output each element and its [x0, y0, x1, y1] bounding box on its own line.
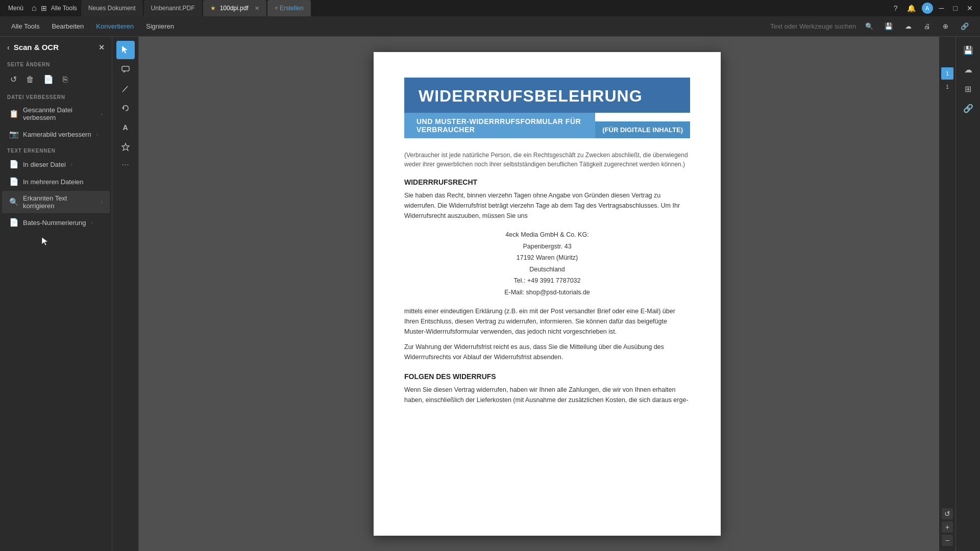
extract-icon[interactable]: ⎘: [60, 73, 71, 86]
doc-sub-banner1: UND MUSTER-WIDERRRUFSFORMULAR FÜR VERBRA…: [404, 113, 595, 138]
arrow-icon: ›: [101, 199, 103, 205]
svg-marker-1: [122, 46, 128, 54]
menu-button[interactable]: Menü: [4, 4, 28, 13]
tool-stamp[interactable]: [116, 138, 135, 156]
in-dieser-label: In dieser Datei: [23, 161, 66, 168]
svg-marker-0: [42, 237, 48, 245]
doc-page: WIDERRRUFSBELEHRUNG UND MUSTER-WIDERRRUF…: [374, 52, 721, 536]
doc-section2-title: FOLGEN DES WIDERRUFS: [404, 372, 690, 381]
arrow-icon: ›: [96, 132, 98, 137]
doc-address-block: 4eck Media GmbH & Co. KG: Papenbergstr. …: [404, 229, 690, 298]
bell-icon[interactable]: 🔔: [904, 4, 919, 12]
doc-header-title: WIDERRRUFSBELEHRUNG: [419, 87, 676, 106]
cursor-indicator: [41, 236, 51, 246]
doc-section2-text1: Wenn Sie diesen Vertrag widerrufen, habe…: [404, 385, 690, 405]
svg-line-4: [123, 86, 128, 91]
all-tools-title-btn[interactable]: Alle Tools: [51, 5, 77, 12]
right-panel-btn-0[interactable]: 💾: [959, 41, 977, 59]
tab-label: 100dpi.pdf: [220, 5, 249, 12]
sidebar-item-in-dieser-datei[interactable]: 📄 In dieser Datei ›: [2, 156, 110, 172]
sidebar-item-kamerabild[interactable]: 📷 Kamerabild verbessern ›: [2, 126, 110, 142]
in-dieser-icon: 📄: [9, 160, 19, 169]
tab-label: Unbenannt.PDF: [151, 5, 195, 12]
zoom-icon[interactable]: ⊕: [938, 20, 953, 32]
svg-marker-7: [122, 143, 129, 151]
toolbar-signieren[interactable]: Signieren: [141, 20, 179, 32]
maximize-button[interactable]: □: [950, 4, 961, 12]
tabs-bar: Neues Dokument Unbenannt.PDF ★ 100dpi.pd…: [81, 0, 887, 16]
user-avatar[interactable]: A: [922, 3, 933, 14]
link-icon[interactable]: 🔗: [955, 20, 974, 32]
page-number-1[interactable]: 1: [941, 67, 953, 80]
search-input[interactable]: [770, 22, 862, 30]
home-icon[interactable]: ⌂: [32, 4, 37, 13]
tab-close-icon[interactable]: ✕: [255, 5, 259, 12]
sidebar-title: Scan & OCR: [14, 43, 59, 52]
main-layout: ‹ Scan & OCR ✕ SEITE ÄNDERN ↺ 🗑 📄 ⎘ DATE…: [0, 37, 980, 551]
zoom-out-button[interactable]: +: [942, 521, 953, 533]
upload-icon[interactable]: ☁: [900, 20, 917, 32]
toolbar-bearbeiten[interactable]: Bearbeiten: [46, 20, 89, 32]
gescannte-icon: 📋: [9, 109, 19, 118]
tool-select[interactable]: [116, 41, 135, 59]
section-label-text: TEXT ERKENNEN: [0, 143, 112, 156]
section-label-seite: SEITE ÄNDERN: [0, 57, 112, 69]
seite-icon-row: ↺ 🗑 📄 ⎘: [0, 69, 112, 89]
page-number-2[interactable]: 1: [941, 81, 953, 93]
tab-unbenannt-pdf[interactable]: Unbenannt.PDF: [144, 0, 202, 16]
tab-neues-dokument[interactable]: Neues Dokument: [81, 0, 143, 16]
sidebar-close-icon[interactable]: ✕: [99, 43, 105, 52]
tool-undo[interactable]: [116, 99, 135, 117]
tool-pen[interactable]: [116, 80, 135, 98]
fit-button[interactable]: −: [942, 535, 953, 546]
help-icon[interactable]: ?: [891, 4, 901, 12]
sidebar-item-in-mehreren[interactable]: 📄 In mehreren Dateien: [2, 173, 110, 190]
zoom-in-button[interactable]: ↺: [942, 508, 953, 519]
minimize-button[interactable]: ─: [936, 4, 947, 12]
address-line-0: 4eck Media GmbH & Co. KG:: [404, 229, 690, 241]
in-mehreren-icon: 📄: [9, 177, 19, 186]
copy-page-icon[interactable]: 📄: [40, 72, 57, 86]
right-panel-btn-1[interactable]: ☁: [959, 60, 977, 79]
tool-comment[interactable]: [116, 60, 135, 79]
bates-label: Bates-Nummerierung: [23, 219, 86, 227]
search-icon[interactable]: 🔍: [865, 22, 873, 30]
save-icon[interactable]: 💾: [879, 20, 898, 32]
more-tools-button[interactable]: ···: [121, 159, 129, 170]
erkannten-label: Erkannten Text korrigieren: [23, 194, 96, 210]
sidebar-item-bates[interactable]: 📄 Bates-Nummerierung ›: [2, 214, 110, 231]
print-icon[interactable]: 🖨: [919, 20, 936, 32]
address-line-2: 17192 Waren (Müritz): [404, 252, 690, 264]
sidebar-item-erkannten-text[interactable]: 🔍 Erkannten Text korrigieren ›: [2, 191, 110, 213]
sidebar-item-gescannte-datei[interactable]: 📋 Gescannte Datei verbessern ›: [2, 103, 110, 125]
right-panel: 💾 ☁ ⊞ 🔗: [955, 37, 980, 551]
tab-label: Neues Dokument: [88, 5, 136, 12]
delete-icon[interactable]: 🗑: [23, 73, 37, 86]
create-label: + Erstellen: [275, 5, 304, 12]
address-line-1: Papenbergstr. 43: [404, 241, 690, 253]
create-button[interactable]: + Erstellen: [267, 0, 311, 16]
close-button[interactable]: ✕: [964, 4, 976, 12]
page-numbers-panel: 1 1 ↺ + −: [939, 37, 955, 551]
sidebar-back-icon[interactable]: ‹: [7, 43, 10, 52]
center-toolbar: A ···: [112, 37, 139, 551]
svg-line-5: [122, 91, 123, 92]
doc-header-wrapper: WIDERRRUFSBELEHRUNG UND MUSTER-WIDERRRUF…: [404, 78, 690, 138]
right-panel-btn-2[interactable]: ⊞: [959, 80, 977, 98]
tab-100dpi-pdf[interactable]: ★ 100dpi.pdf ✕: [203, 0, 266, 16]
right-panel-btn-3[interactable]: 🔗: [959, 99, 977, 117]
title-bar-actions: ? 🔔 A ─ □ ✕: [891, 3, 976, 14]
kamerabild-icon: 📷: [9, 130, 19, 139]
arrow-icon: ›: [71, 162, 72, 167]
doc-header-banner: WIDERRRUFSBELEHRUNG: [404, 78, 690, 113]
rotate-icon[interactable]: ↺: [7, 72, 20, 86]
doc-area[interactable]: WIDERRRUFSBELEHRUNG UND MUSTER-WIDERRRUF…: [139, 37, 955, 551]
title-bar: Menü ⌂ ⊞ Alle Tools Neues Dokument Unben…: [0, 0, 980, 16]
tool-ocr-text[interactable]: A: [116, 118, 135, 137]
toolbar-konvertieren[interactable]: Konvertieren: [91, 20, 139, 32]
toolbar-all-tools[interactable]: Alle Tools: [6, 20, 44, 32]
doc-sub-banners: UND MUSTER-WIDERRRUFSFORMULAR FÜR VERBRA…: [404, 113, 690, 138]
arrow-icon: ›: [91, 220, 93, 226]
star-icon: ★: [210, 5, 216, 12]
doc-section1-text2: mittels einer eindeutigen Erklärung (z.B…: [404, 306, 690, 337]
